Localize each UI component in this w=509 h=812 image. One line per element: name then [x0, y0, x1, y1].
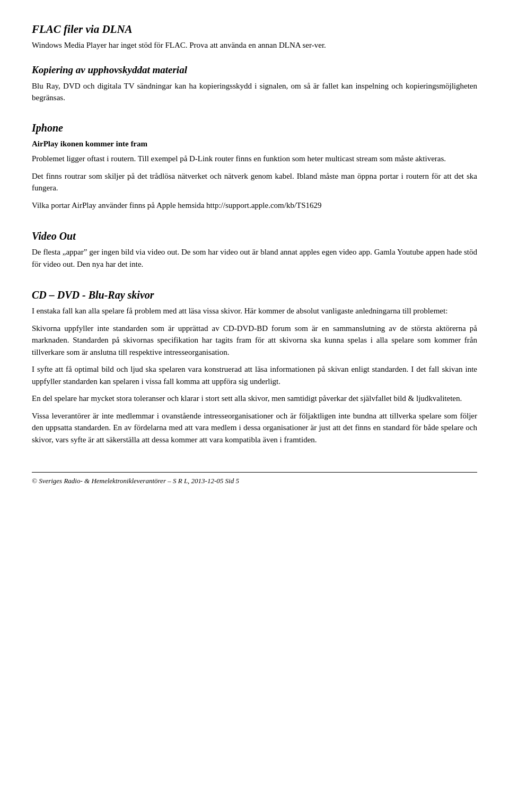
iphone-subheading: AirPlay ikonen kommer inte fram: [32, 138, 477, 150]
cd-dvd-para1: I enstaka fall kan alla spelare få probl…: [32, 305, 477, 317]
video-out-para1: De flesta „appar” ger ingen bild via vid…: [32, 246, 477, 270]
cd-dvd-para2: Skivorna uppfyller inte standarden som ä…: [32, 322, 477, 359]
cd-dvd-para4: En del spelare har mycket stora tolerans…: [32, 392, 477, 405]
page-footer: © Sveriges Radio- & Hemelektronikleveran…: [32, 472, 477, 486]
apple-text: Apple: [156, 201, 176, 209]
iphone-airplay-para3: Vilka portar AirPlay använder finns på A…: [32, 199, 477, 212]
flac-heading: FLAC filer via DLNA: [32, 21, 477, 38]
page-content: FLAC filer via DLNA Windows Media Player…: [32, 21, 477, 486]
flac-para1: Windows Media Player har inget stöd för …: [32, 39, 477, 51]
iphone-airplay-para2: Det finns routrar som skiljer på det trå…: [32, 170, 477, 194]
footer-text: © Sveriges Radio- & Hemelektronikleveran…: [32, 477, 239, 485]
video-out-heading: Video Out: [32, 228, 477, 244]
kopiering-heading: Kopiering av upphovskyddat material: [32, 63, 477, 78]
iphone-airplay-para1: Problemet ligger oftast i routern. Till …: [32, 153, 477, 165]
apple-support-link[interactable]: http://support.apple.com/kb/TS1629: [206, 201, 322, 209]
cd-dvd-para3: I syfte att få optimal bild och ljud ska…: [32, 363, 477, 387]
iphone-airplay-line3-mid: hemsida: [178, 201, 204, 209]
kopiering-para1: Blu Ray, DVD och digitala TV sändningar …: [32, 80, 477, 104]
iphone-airplay-line3-prefix: Vilka portar AirPlay använder finns på: [32, 201, 155, 209]
cd-dvd-heading: CD – DVD - Blu-Ray skivor: [32, 287, 477, 303]
iphone-heading: Iphone: [32, 120, 477, 136]
cd-dvd-para5: Vissa leverantörer är inte medlemmar i o…: [32, 410, 477, 446]
